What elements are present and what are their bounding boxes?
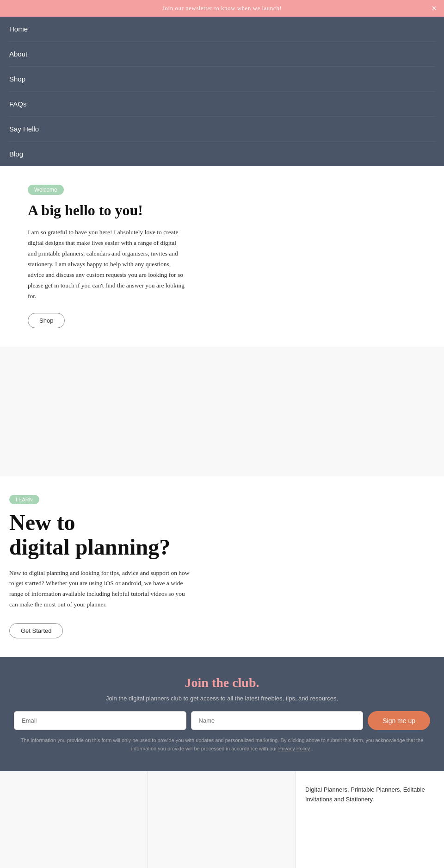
learn-heading: New to digital planning?	[9, 511, 435, 560]
newsletter-disclaimer: The information you provide on this form…	[14, 737, 430, 753]
main-nav: Home About Shop FAQs Say Hello Blog	[0, 17, 444, 166]
disclaimer-end: .	[311, 746, 313, 751]
nav-link-shop[interactable]: Shop	[9, 67, 435, 92]
hero-image	[0, 347, 444, 476]
name-input[interactable]	[191, 711, 364, 730]
hero-section: Welcome A big hello to you! I am so grat…	[0, 166, 444, 347]
hero-body: I am so grateful to have you here! I abs…	[28, 227, 185, 302]
nav-link-about[interactable]: About	[9, 42, 435, 67]
nav-link-say-hello[interactable]: Say Hello	[9, 117, 435, 142]
disclaimer-text: The information you provide on this form…	[21, 737, 424, 751]
privacy-policy-link[interactable]: Privacy Policy	[278, 746, 310, 751]
shop-button[interactable]: Shop	[28, 313, 65, 328]
hero-heading: A big hello to you!	[28, 201, 416, 219]
banner-text: Join our newsletter to know when we laun…	[162, 5, 282, 12]
learn-badge: LEARN	[9, 495, 39, 504]
nav-link-faqs[interactable]: FAQs	[9, 92, 435, 117]
hero-badge: Welcome	[28, 185, 64, 195]
nav-link-blog[interactable]: Blog	[9, 142, 435, 166]
email-input[interactable]	[14, 711, 186, 730]
get-started-button[interactable]: Get Started	[9, 623, 63, 638]
learn-heading-line1: New to	[9, 510, 75, 535]
nav-item-faqs[interactable]: FAQs	[9, 92, 435, 117]
nav-item-home[interactable]: Home	[9, 17, 435, 42]
learn-section: LEARN New to digital planning? New to di…	[0, 476, 444, 657]
newsletter-subtitle: Join the digital planners club to get ac…	[14, 695, 430, 702]
product-grid: Digital Planners, Printable Planners, Ed…	[0, 771, 444, 868]
product-description: Digital Planners, Printable Planners, Ed…	[305, 785, 435, 805]
product-image-col-2	[148, 771, 296, 868]
product-image-col-1	[0, 771, 148, 868]
learn-heading-line2: digital planning?	[9, 535, 170, 559]
sign-me-up-button[interactable]: Sign me up	[368, 711, 430, 730]
newsletter-section: Join the club. Join the digital planners…	[0, 657, 444, 771]
nav-link-home[interactable]: Home	[9, 17, 435, 42]
newsletter-heading: Join the club.	[14, 675, 430, 690]
learn-body: New to digital planning and looking for …	[9, 568, 190, 611]
nav-item-say-hello[interactable]: Say Hello	[9, 117, 435, 142]
nav-item-blog[interactable]: Blog	[9, 142, 435, 166]
banner-close-button[interactable]: ×	[432, 4, 437, 13]
announcement-banner: Join our newsletter to know when we laun…	[0, 0, 444, 17]
nav-item-shop[interactable]: Shop	[9, 67, 435, 92]
nav-item-about[interactable]: About	[9, 42, 435, 67]
newsletter-form: Sign me up	[14, 711, 430, 730]
product-text-col: Digital Planners, Printable Planners, Ed…	[296, 771, 444, 868]
